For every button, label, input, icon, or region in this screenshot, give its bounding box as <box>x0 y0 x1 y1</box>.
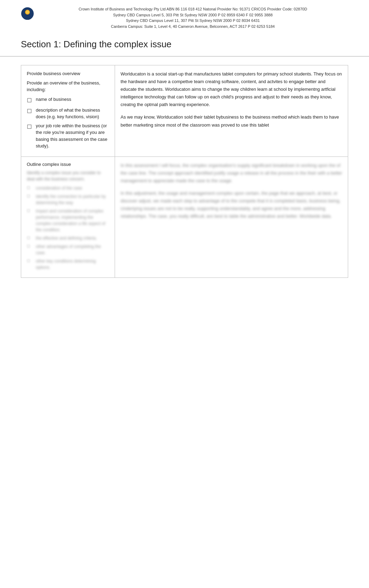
outline-bullet-5: ◻ other advantages of completing the cas… <box>27 243 109 256</box>
outline-bullet-text-3: impact and consideration of complex perf… <box>36 208 109 233</box>
right-col-outline: In this assessment I will focus, the com… <box>115 157 348 277</box>
header-line4: Canberra Campus: Suite 1, Level 4, 40 Ca… <box>38 24 348 30</box>
bullet-text-1: name of business <box>36 96 71 103</box>
bullet-text-2: description of what the business does (e… <box>36 107 109 120</box>
table-row-business-overview: Provide business overview Provide an ove… <box>21 65 348 157</box>
outline-bullet-text-1: consideration of the case <box>36 185 82 191</box>
overview-subtitle: Provide an overview of the business, inc… <box>27 80 109 93</box>
outline-bullet-text-6: other key conditions determining options… <box>36 258 109 271</box>
outline-bullet-2: ◻ identify the connection to particular … <box>27 193 109 206</box>
right-para-1: Worlducaton is a social start-up that ma… <box>121 70 342 108</box>
right-blurred-para-2: In this adjustment, the usage and manage… <box>121 190 342 220</box>
bullet-icon-1: ◻ <box>27 95 33 105</box>
bullet-icon-2: ◻ <box>27 106 33 115</box>
overview-title: Provide business overview <box>27 70 109 78</box>
bullet-text-3: your job role within the business (or th… <box>36 122 109 150</box>
header-line2: Sydney CBD Campus Level 5, 303 Pitt St S… <box>38 12 348 18</box>
main-table: Provide business overview Provide an ove… <box>21 65 348 278</box>
left-col-outline: Outline complex issue Identify a complex… <box>21 157 115 277</box>
bullet-job-role: ◻ your job role within the business (or … <box>27 122 109 150</box>
outline-bullet-text-5: other advantages of completing the case. <box>36 243 109 256</box>
outline-bullets: ◻ consideration of the case ◻ identify t… <box>27 185 109 271</box>
outline-bullet-icon-2: ◻ <box>27 193 33 199</box>
left-col-overview: Provide business overview Provide an ove… <box>21 65 115 156</box>
outline-bullet-icon-4: ◻ <box>27 234 33 241</box>
overview-bullets: ◻ name of business ◻ description of what… <box>27 96 109 150</box>
page-title: Section 1: Defining the complex issue <box>0 33 369 57</box>
right-blurred-para-1: In this assessment I will focus, the com… <box>121 162 342 185</box>
outline-bullet-text-4: the effective and defining criteria. <box>36 235 97 241</box>
bullet-icon-3: ◻ <box>27 122 33 131</box>
main-content: Provide business overview Provide an ove… <box>0 65 369 278</box>
outline-bullet-4: ◻ the effective and defining criteria. <box>27 235 109 241</box>
svg-point-3 <box>26 10 29 14</box>
table-row-complex-issue: Outline complex issue Identify a complex… <box>21 157 348 277</box>
outline-title: Outline complex issue <box>27 162 109 167</box>
page-header: Crown Institute of Business and Technolo… <box>0 0 369 33</box>
outline-bullet-icon-3: ◻ <box>27 207 33 214</box>
outline-bullet-text-2: identify the connection to particular by… <box>36 193 109 206</box>
outline-bullet-3: ◻ impact and consideration of complex pe… <box>27 208 109 233</box>
outline-bullet-1: ◻ consideration of the case <box>27 185 109 191</box>
outline-bullet-icon-1: ◻ <box>27 184 33 191</box>
outline-bullet-icon-6: ◻ <box>27 257 33 264</box>
outline-subtitle: Identify a complex issue you consider to… <box>27 170 109 182</box>
header-text: Crown Institute of Business and Technolo… <box>38 6 348 29</box>
bullet-description: ◻ description of what the business does … <box>27 107 109 120</box>
right-col-overview: Worlducaton is a social start-up that ma… <box>115 65 348 156</box>
outline-bullet-icon-5: ◻ <box>27 243 33 249</box>
bullet-name-of-business: ◻ name of business <box>27 96 109 105</box>
logo <box>21 7 34 20</box>
header-line1: Crown Institute of Business and Technolo… <box>38 6 348 12</box>
svg-point-2 <box>23 15 32 20</box>
outline-bullet-6: ◻ other key conditions determining optio… <box>27 258 109 271</box>
right-para-2: As we may know, Worlducation sold their … <box>121 113 342 129</box>
header-line3: Sydney CBD Campus Level 11, 307 Pitt St … <box>38 18 348 24</box>
